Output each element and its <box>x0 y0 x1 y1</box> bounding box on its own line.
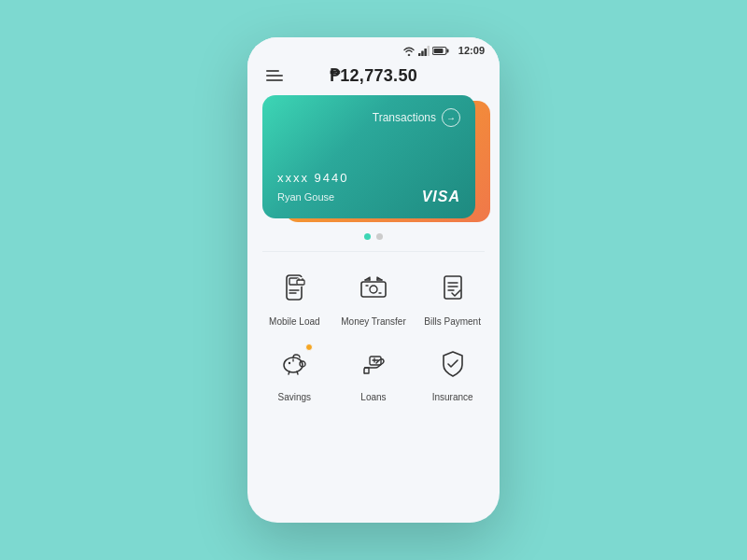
header: ₱12,773.50 <box>247 60 500 95</box>
svg-rect-3 <box>427 46 429 56</box>
savings-icon-wrap <box>273 343 316 385</box>
svg-point-29 <box>289 362 290 364</box>
service-bills-payment[interactable]: Bills Payment <box>419 267 486 328</box>
wifi-icon <box>402 46 416 56</box>
svg-rect-6 <box>433 49 443 53</box>
status-icons <box>402 46 449 56</box>
service-savings[interactable]: Savings <box>261 343 328 403</box>
card-number: xxxx 9440 <box>277 171 460 185</box>
svg-line-27 <box>289 371 289 374</box>
dot-2[interactable] <box>376 233 383 240</box>
card-dots <box>364 233 383 240</box>
svg-rect-15 <box>361 282 386 297</box>
insurance-label: Insurance <box>432 392 473 403</box>
card-bottom: xxxx 9440 Ryan Gouse VISA <box>277 171 460 205</box>
svg-rect-2 <box>424 49 427 56</box>
svg-rect-0 <box>418 53 421 56</box>
bills-payment-label: Bills Payment <box>424 316 481 328</box>
insurance-icon-wrap <box>431 343 474 385</box>
signal-icon <box>418 46 430 56</box>
status-bar: 12:09 <box>247 37 500 60</box>
status-time: 12:09 <box>458 45 485 56</box>
svg-point-16 <box>370 286 377 293</box>
loans-label: Loans <box>360 392 386 403</box>
transactions-arrow: → <box>442 108 460 127</box>
card-section: Transactions → xxxx 9440 Ryan Gouse VISA <box>247 95 500 251</box>
money-transfer-icon-wrap <box>352 267 395 310</box>
dot-1[interactable] <box>364 233 371 240</box>
mobile-load-icon <box>277 272 311 305</box>
svg-rect-21 <box>444 276 461 299</box>
battery-icon <box>432 46 449 56</box>
transactions-label: Transactions <box>373 111 436 124</box>
savings-label: Savings <box>278 392 312 403</box>
svg-rect-1 <box>421 50 424 56</box>
service-mobile-load[interactable]: Mobile Load <box>261 267 328 328</box>
service-money-transfer[interactable]: Money Transfer <box>340 267 407 328</box>
phone-frame: 12:09 ₱12,773.50 Transactions → xxxx 944… <box>247 37 500 523</box>
hamburger-menu[interactable] <box>266 70 283 81</box>
savings-icon-relative <box>277 345 311 383</box>
money-transfer-label: Money Transfer <box>341 316 405 328</box>
mobile-load-label: Mobile Load <box>269 316 319 328</box>
insurance-icon <box>436 347 470 381</box>
menu-line-1 <box>266 70 279 72</box>
svg-line-28 <box>297 371 298 374</box>
menu-line-3 <box>266 79 283 81</box>
svg-rect-5 <box>446 49 448 52</box>
savings-badge <box>305 343 313 351</box>
card-transactions[interactable]: Transactions → <box>277 108 460 127</box>
bills-payment-icon <box>436 272 470 305</box>
services-row-1: Mobile Load M <box>255 267 492 328</box>
loans-icon-wrap <box>352 343 395 385</box>
visa-logo: VISA <box>422 189 460 205</box>
balance-amount: ₱12,773.50 <box>330 65 417 86</box>
service-loans[interactable]: Loans <box>340 343 407 403</box>
mobile-load-icon-wrap <box>273 267 316 310</box>
services-row-2: Savings Loans <box>255 343 492 403</box>
service-insurance[interactable]: Insurance <box>419 343 486 403</box>
money-transfer-icon <box>357 272 390 305</box>
card-main[interactable]: Transactions → xxxx 9440 Ryan Gouse VISA <box>262 95 475 218</box>
card-name-row: Ryan Gouse VISA <box>277 189 460 205</box>
services-section: Mobile Load M <box>247 252 500 523</box>
card-holder-name: Ryan Gouse <box>277 191 334 203</box>
menu-line-2 <box>266 75 283 77</box>
loans-icon <box>357 347 390 381</box>
bills-payment-icon-wrap <box>431 267 474 310</box>
card-wrapper: Transactions → xxxx 9440 Ryan Gouse VISA <box>262 95 485 226</box>
